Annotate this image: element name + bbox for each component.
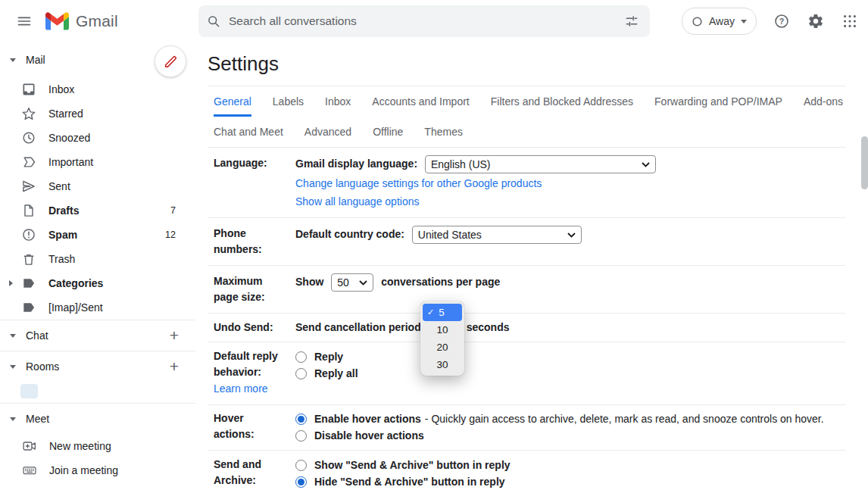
enable-hover-option[interactable]: Enable hover actions - Quickly gain acce… — [295, 411, 845, 427]
reply-option[interactable]: Reply — [295, 349, 845, 365]
conversations-suffix: conversations per page — [381, 276, 500, 288]
chat-section-header[interactable]: Chat + — [0, 320, 195, 351]
sidebar-item-starred[interactable]: Starred — [0, 101, 195, 126]
support-button[interactable]: ? — [767, 6, 797, 36]
reply-option-label: Reply — [314, 349, 343, 365]
disable-hover-radio[interactable] — [295, 430, 307, 442]
label-icon — [21, 276, 36, 291]
rooms-section-label: Rooms — [26, 360, 59, 373]
settings-tabs: General Labels Inbox Accounts and Import… — [208, 95, 845, 148]
search-options-button[interactable] — [618, 8, 645, 35]
chevron-down-icon — [10, 365, 16, 369]
hide-send-archive-radio[interactable] — [295, 476, 307, 488]
display-language-select[interactable]: English (US) — [425, 155, 656, 173]
expand-arrow-icon[interactable] — [9, 280, 13, 286]
tab-forwarding-and-pop-imap[interactable]: Forwarding and POP/IMAP — [654, 95, 782, 117]
dropdown-option-label: 20 — [436, 342, 448, 353]
sidebar-item-imap-sent[interactable]: [Imap]/Sent — [0, 295, 195, 320]
search-bar[interactable] — [198, 5, 650, 37]
tab-general[interactable]: General — [214, 95, 251, 117]
sidebar: Mail Inbox Starred Snoozed Important Sen… — [0, 42, 195, 490]
page-size-select[interactable]: 50 — [331, 273, 373, 292]
country-code-select[interactable]: United States — [412, 226, 582, 244]
reply-learn-more-link[interactable]: Learn more — [214, 381, 286, 397]
sidebar-item-drafts[interactable]: Drafts 7 — [0, 198, 195, 223]
reply-all-option-label: Reply all — [314, 366, 358, 382]
reply-all-radio[interactable] — [295, 368, 307, 379]
dropdown-option-20[interactable]: 20 — [423, 339, 462, 356]
dropdown-option-10[interactable]: 10 — [423, 321, 462, 339]
sidebar-item-important[interactable]: Important — [0, 150, 195, 174]
google-apps-button[interactable] — [835, 6, 865, 36]
sidebar-item-label: Important — [48, 156, 93, 168]
tab-chat-and-meet[interactable]: Chat and Meet — [214, 126, 283, 147]
tab-offline[interactable]: Offline — [373, 126, 403, 147]
change-language-link[interactable]: Change language settings for other Googl… — [295, 176, 845, 192]
sidebar-item-categories[interactable]: Categories — [0, 271, 195, 295]
seconds-suffix: seconds — [467, 321, 510, 333]
help-icon: ? — [773, 13, 790, 30]
show-send-archive-option[interactable]: Show "Send & Archive" button in reply — [295, 457, 845, 473]
reply-all-option[interactable]: Reply all — [295, 366, 845, 382]
compose-button[interactable] — [155, 45, 186, 77]
select-chevron-icon — [359, 280, 367, 286]
sidebar-item-label: Trash — [48, 253, 75, 265]
sidebar-item-snoozed[interactable]: Snoozed — [0, 126, 195, 150]
hide-send-archive-option[interactable]: Hide "Send & Archive" button in reply — [295, 474, 845, 490]
mail-section-label: Mail — [26, 54, 45, 66]
show-language-options-link[interactable]: Show all language options — [295, 194, 845, 210]
default-reply-label: Default reply behavior: — [214, 350, 278, 378]
important-marker-icon — [21, 154, 36, 170]
room-avatar[interactable] — [20, 384, 38, 398]
search-input[interactable] — [227, 14, 618, 29]
scrollbar-thumb[interactable] — [861, 136, 868, 189]
video-plus-icon — [21, 439, 38, 454]
status-circle-icon — [692, 16, 703, 27]
send-icon — [21, 179, 36, 194]
page-title: Settings — [208, 42, 845, 86]
join-meeting-item[interactable]: Join a meeting — [0, 458, 195, 482]
gmail-logo[interactable]: Gmail — [45, 12, 118, 30]
tab-advanced[interactable]: Advanced — [304, 126, 351, 147]
dropdown-option-30[interactable]: 30 — [423, 356, 462, 373]
cancellation-period-dropdown: ✓ 5 10 20 30 — [420, 301, 464, 376]
language-row-label: Language: — [214, 155, 286, 210]
setting-row-undo-send: Undo Send: Send cancellation periodsecon… — [208, 314, 845, 342]
dropdown-option-5[interactable]: ✓ 5 — [423, 304, 462, 321]
main-menu-button[interactable] — [9, 6, 39, 36]
tab-inbox[interactable]: Inbox — [325, 95, 351, 117]
cancellation-period-label: Send cancellation period — [295, 321, 421, 333]
spam-count-badge: 12 — [165, 229, 176, 240]
gear-icon — [807, 13, 824, 30]
tab-labels[interactable]: Labels — [273, 95, 304, 117]
status-selector[interactable]: Away — [682, 8, 757, 35]
enable-hover-radio[interactable] — [295, 414, 307, 425]
add-room-button[interactable]: + — [170, 359, 179, 374]
compose-pencil-icon — [163, 54, 179, 70]
chat-section-label: Chat — [26, 329, 48, 342]
rooms-section-header[interactable]: Rooms + — [0, 351, 195, 382]
sidebar-item-label: Drafts — [48, 204, 79, 217]
sidebar-item-trash[interactable]: Trash — [0, 247, 195, 271]
new-meeting-item[interactable]: New meeting — [0, 434, 195, 458]
show-send-archive-radio[interactable] — [295, 460, 307, 471]
new-meeting-label: New meeting — [49, 440, 111, 452]
sidebar-item-sent[interactable]: Sent — [0, 174, 195, 198]
sidebar-item-inbox[interactable]: Inbox — [0, 77, 195, 101]
reply-radio[interactable] — [295, 351, 307, 363]
disable-hover-option[interactable]: Disable hover actions — [295, 428, 845, 444]
tab-accounts-and-import[interactable]: Accounts and Import — [372, 95, 469, 117]
mail-section-header[interactable]: Mail — [0, 42, 195, 77]
settings-button[interactable] — [801, 6, 831, 36]
add-chat-button[interactable]: + — [170, 328, 179, 343]
label-icon — [21, 300, 36, 315]
sidebar-item-spam[interactable]: Spam 12 — [0, 223, 195, 247]
dropdown-option-label: 10 — [436, 324, 448, 336]
tab-add-ons[interactable]: Add-ons — [804, 95, 843, 117]
meet-section-header[interactable]: Meet — [0, 403, 195, 434]
tab-themes[interactable]: Themes — [424, 126, 463, 147]
tabs-row-1: General Labels Inbox Accounts and Import… — [214, 95, 845, 117]
star-icon — [21, 106, 36, 121]
tab-filters-and-blocked-addresses[interactable]: Filters and Blocked Addresses — [491, 95, 633, 117]
country-code-label: Default country code: — [295, 228, 404, 240]
